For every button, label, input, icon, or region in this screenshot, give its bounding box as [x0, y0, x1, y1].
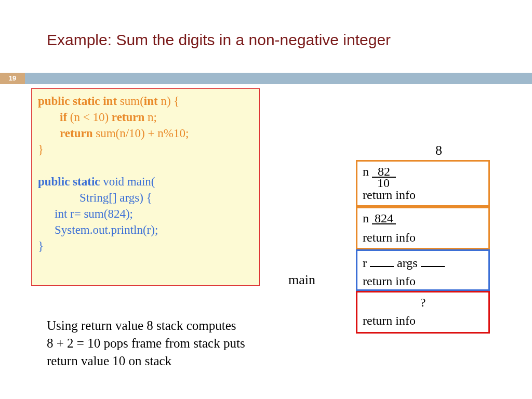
caption: Using return value 8 stack computes 8 + …	[47, 317, 296, 369]
page-number: 19	[0, 73, 25, 84]
code-kw: public static int	[38, 95, 120, 108]
r-value	[370, 253, 394, 267]
header-bar: 19	[0, 73, 532, 84]
main-label: main	[288, 272, 315, 288]
stack-frame-main: r args return info	[356, 249, 490, 291]
n-value: 824	[372, 210, 396, 224]
code-text: sum(n/10) + n%10;	[96, 127, 189, 140]
caption-line: Using return value 8 stack computes	[47, 317, 296, 335]
caption-line: return value 10 on stack	[47, 352, 296, 370]
code-text: }	[38, 143, 44, 156]
code-kw: return	[112, 111, 148, 124]
return-info: return info	[363, 230, 483, 246]
stack-frame-2: n 824 return info	[356, 207, 490, 249]
unknown-marker: ?	[363, 295, 483, 311]
var-n: n	[363, 165, 372, 178]
code-kw: if	[60, 111, 70, 124]
code-text: System.out.println(r);	[55, 223, 158, 236]
code-text: (n < 10)	[70, 111, 112, 124]
var-n: n	[363, 211, 372, 225]
code-text: n;	[148, 111, 157, 124]
code-text: void main(	[103, 175, 155, 188]
stack-frame-1: n 82 10 return info	[356, 160, 490, 207]
args-value	[421, 253, 445, 267]
var-r: r	[363, 256, 370, 270]
code-block: public static int sum(int n) { if (n < 1…	[31, 88, 260, 286]
var-args: args	[394, 256, 421, 270]
caption-line: 8 + 2 = 10 pops frame from stack puts	[47, 335, 296, 352]
code-text: String[] args) {	[79, 191, 152, 204]
code-text: n) {	[161, 95, 179, 108]
code-text: int r= sum(824);	[55, 207, 133, 220]
code-text: }	[38, 240, 44, 252]
return-info: return info	[363, 313, 483, 329]
code-kw: public static	[38, 175, 103, 188]
n-value-overlap: 10	[377, 175, 390, 191]
code-kw: return	[60, 127, 96, 140]
return-info: return info	[363, 273, 483, 289]
code-kw: int	[144, 95, 161, 108]
header-stripe	[25, 73, 532, 84]
stack-frame-bottom: ? return info	[356, 291, 490, 334]
slide-title: Example: Sum the digits in a non-negativ…	[47, 31, 391, 49]
code-text: sum(	[120, 95, 144, 108]
return-value-label: 8	[435, 143, 442, 158]
